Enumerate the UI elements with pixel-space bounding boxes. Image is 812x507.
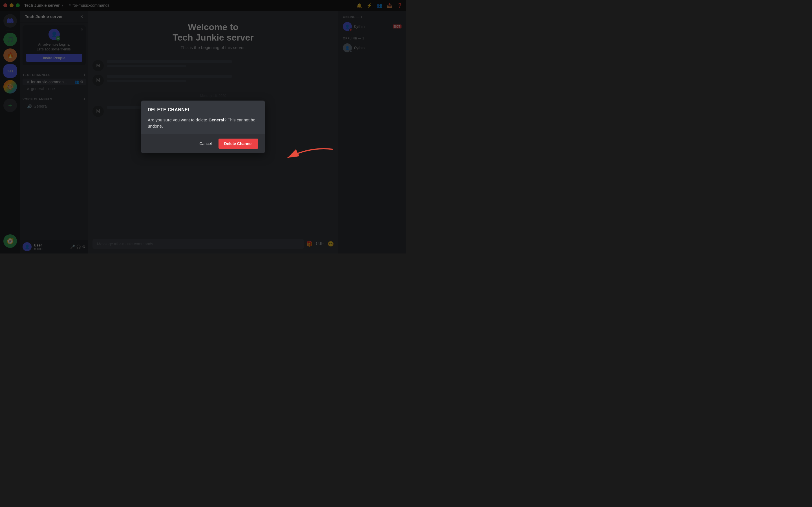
modal-footer: Cancel Delete Channel	[141, 134, 265, 153]
modal-title: DELETE CHANNEL	[148, 107, 258, 112]
delete-channel-modal: DELETE CHANNEL Are you sure you want to …	[141, 101, 265, 153]
modal-text: Are you sure you want to delete General?…	[148, 117, 258, 129]
modal-channel-name: General	[208, 117, 224, 122]
delete-channel-button[interactable]: Delete Channel	[218, 138, 258, 149]
modal-overlay[interactable]: DELETE CHANNEL Are you sure you want to …	[0, 0, 406, 253]
cancel-button[interactable]: Cancel	[196, 139, 215, 148]
modal-body: DELETE CHANNEL Are you sure you want to …	[141, 101, 265, 134]
modal-body-text-before: Are you sure you want to delete	[148, 117, 208, 122]
arrow-annotation	[282, 144, 338, 166]
